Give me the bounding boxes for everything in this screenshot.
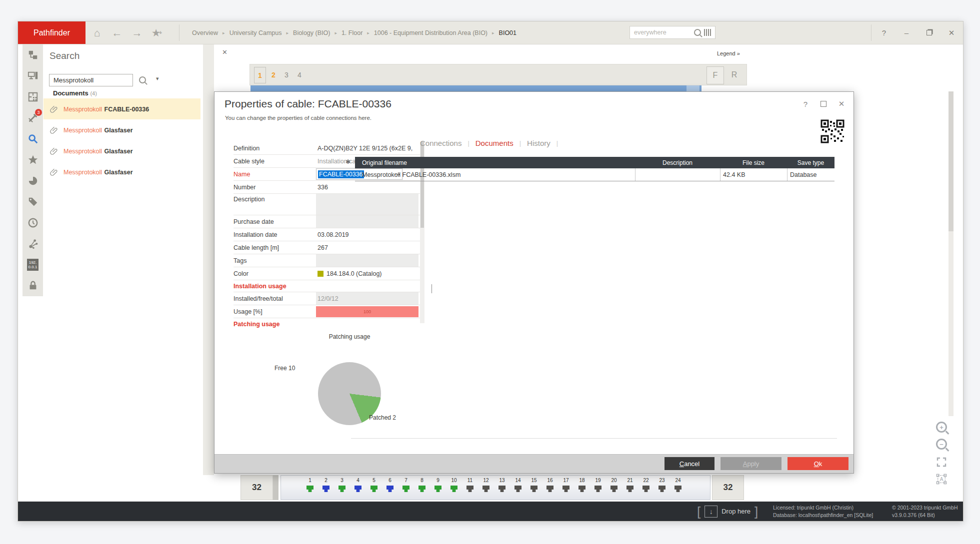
- port-icon[interactable]: [482, 486, 490, 492]
- label-tool-icon[interactable]: A: [932, 471, 952, 487]
- port-icon[interactable]: [674, 486, 682, 492]
- search-options-caret-icon[interactable]: ▾: [156, 75, 159, 82]
- sidebar-item-topology[interactable]: [22, 44, 43, 65]
- zoom-out-icon[interactable]: −: [932, 436, 952, 452]
- port-icon[interactable]: [386, 486, 394, 492]
- tab-documents[interactable]: Documents: [476, 139, 514, 147]
- col-description[interactable]: Description: [635, 159, 720, 166]
- breadcrumb-item[interactable]: 1006 - Equipment Distribution Area (BIO): [374, 29, 488, 36]
- port-8[interactable]: 8: [416, 478, 428, 492]
- port-23[interactable]: 23: [656, 478, 668, 492]
- list-item-document[interactable]: Messprotokoll Glasfaser: [44, 119, 200, 140]
- port-icon[interactable]: [578, 486, 586, 492]
- port-icon[interactable]: [338, 486, 346, 492]
- col-original-filename[interactable]: Original filename: [355, 159, 635, 166]
- port-22[interactable]: 22: [640, 478, 652, 492]
- port-icon[interactable]: [370, 486, 378, 492]
- port-icon[interactable]: [402, 486, 410, 492]
- dialog-close-button[interactable]: ✕: [834, 98, 848, 110]
- close-window-button[interactable]: ✕: [942, 21, 962, 44]
- breadcrumb-current[interactable]: BIO01: [499, 29, 516, 36]
- breadcrumb-item[interactable]: University Campus: [230, 29, 282, 36]
- port-3[interactable]: 3: [336, 478, 348, 492]
- panel-splitter[interactable]: [203, 44, 214, 475]
- cancel-button[interactable]: Cancel: [664, 457, 714, 470]
- sidebar-item-ip-addresses[interactable]: 192.0.0.1: [22, 254, 43, 275]
- definition-value[interactable]: A-DQ(ZN)B2Y 12E 9/125 (6x2E 9,: [316, 142, 418, 154]
- port-11[interactable]: 11: [464, 478, 476, 492]
- page-button-4[interactable]: 4: [294, 67, 305, 82]
- sidebar-item-favorites[interactable]: [22, 149, 43, 170]
- drop-here-target[interactable]: [ ↓ Drop here ]: [697, 504, 758, 519]
- port-icon[interactable]: [594, 486, 602, 492]
- tags-value[interactable]: [316, 254, 418, 267]
- port-18[interactable]: 18: [576, 478, 588, 492]
- tab-connections[interactable]: Connections: [420, 139, 462, 147]
- port-icon[interactable]: [514, 486, 522, 492]
- rack-rear-button[interactable]: R: [726, 66, 742, 83]
- restore-button[interactable]: [919, 21, 939, 44]
- port-icon[interactable]: [658, 486, 666, 492]
- sidebar-item-tags[interactable]: [22, 191, 43, 212]
- port-21[interactable]: 21: [624, 478, 636, 492]
- app-logo[interactable]: Pathfinder: [18, 21, 86, 44]
- cell-file-size[interactable]: 42.4 KB: [720, 168, 787, 181]
- port-icon[interactable]: [642, 486, 650, 492]
- sidebar-item-reports[interactable]: [22, 170, 43, 191]
- port-14[interactable]: 14: [512, 478, 524, 492]
- port-13[interactable]: 13: [496, 478, 508, 492]
- tab-history[interactable]: History: [527, 139, 550, 147]
- sidebar-item-floorplan[interactable]: [22, 86, 43, 107]
- home-icon[interactable]: ⌂: [88, 21, 106, 44]
- port-5[interactable]: 5: [368, 478, 380, 492]
- port-2[interactable]: 2: [320, 478, 332, 492]
- background-scrollbar[interactable]: [948, 91, 954, 416]
- port-15[interactable]: 15: [528, 478, 540, 492]
- rack-front-button[interactable]: F: [706, 66, 724, 84]
- port-icon[interactable]: [498, 486, 506, 492]
- cell-description[interactable]: [635, 168, 720, 181]
- sidebar-item-history[interactable]: [22, 212, 43, 233]
- number-value[interactable]: 336: [316, 181, 418, 193]
- port-icon[interactable]: [322, 486, 330, 492]
- page-button-2[interactable]: 2: [268, 67, 279, 82]
- port-1[interactable]: 1: [304, 478, 316, 492]
- zoom-in-icon[interactable]: +: [932, 419, 952, 435]
- page-button-3[interactable]: 3: [281, 67, 292, 82]
- port-4[interactable]: 4: [352, 478, 364, 492]
- port-icon[interactable]: [466, 486, 474, 492]
- rack-scrollbar-thumb[interactable]: [686, 85, 700, 91]
- port-16[interactable]: 16: [544, 478, 556, 492]
- legend-link[interactable]: Legend »: [717, 50, 740, 56]
- dialog-help-button[interactable]: ?: [798, 98, 812, 110]
- port-24[interactable]: 24: [672, 478, 684, 492]
- dialog-maximize-button[interactable]: [816, 98, 830, 110]
- port-9[interactable]: 9: [432, 478, 444, 492]
- port-icon[interactable]: [434, 486, 442, 492]
- breadcrumb-item[interactable]: 1. Floor: [342, 29, 362, 36]
- port-icon[interactable]: [562, 486, 570, 492]
- col-file-size[interactable]: File size: [720, 159, 787, 166]
- sidebar-item-tools[interactable]: 3: [22, 107, 43, 128]
- list-item-document[interactable]: Messprotokoll FCABLE-00336: [44, 98, 200, 119]
- purchase-date-value[interactable]: [316, 215, 418, 228]
- port-icon[interactable]: [354, 486, 362, 492]
- cell-filename[interactable]: Messprotokoll FCABLE-00336.xlsm: [355, 171, 635, 178]
- port-12[interactable]: 12: [480, 478, 492, 492]
- search-panel-close-icon[interactable]: ✕: [222, 48, 228, 56]
- breadcrumb-item[interactable]: Biology (BIO): [293, 29, 330, 36]
- minimize-button[interactable]: –: [896, 21, 916, 44]
- port-icon[interactable]: [626, 486, 634, 492]
- port-7[interactable]: 7: [400, 478, 412, 492]
- cell-save-type[interactable]: Database: [787, 168, 834, 181]
- port-icon[interactable]: [610, 486, 618, 492]
- search-panel-input[interactable]: [52, 76, 130, 84]
- fit-view-icon[interactable]: [932, 454, 952, 470]
- barcode-icon[interactable]: [704, 29, 712, 36]
- page-button-1[interactable]: 1: [254, 67, 266, 83]
- port-icon[interactable]: [450, 486, 458, 492]
- help-button[interactable]: ?: [874, 21, 894, 44]
- search-panel-input-box[interactable]: [49, 74, 133, 86]
- port-19[interactable]: 19: [592, 478, 604, 492]
- port-10[interactable]: 10: [448, 478, 460, 492]
